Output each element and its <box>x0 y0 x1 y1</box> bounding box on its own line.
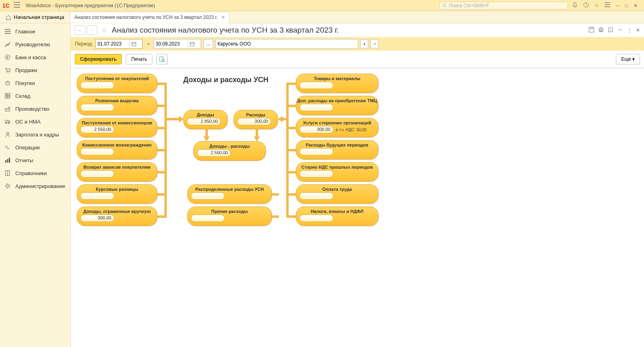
preview-button[interactable] <box>156 54 168 64</box>
sidebar-item-6[interactable]: Производство <box>0 102 70 115</box>
export-icon[interactable] <box>608 27 613 34</box>
left-node-5[interactable]: Курсовые разницы <box>77 184 157 204</box>
sidebar-item-9[interactable]: ДтКтОперации <box>0 141 70 154</box>
menu-icon[interactable] <box>605 2 610 8</box>
period-label: Период: <box>75 41 93 47</box>
sidebar-item-7[interactable]: ОС и НМА <box>0 115 70 128</box>
titlebar: 1C WiseAdvice - Бухгалтерия предприятия … <box>0 0 644 11</box>
node-label: Возврат авансов покупателям <box>77 163 157 169</box>
node-value <box>80 170 114 178</box>
date-to-input[interactable] <box>156 41 188 47</box>
sidebar-item-8[interactable]: Зарплата и кадры <box>0 128 70 141</box>
sidebar-item-label: Склад <box>15 93 31 99</box>
tab-close-icon[interactable]: ✕ <box>221 14 225 20</box>
calendar-to-icon[interactable] <box>188 40 196 48</box>
sidebar-item-3[interactable]: Продажи <box>0 64 70 76</box>
organization-input[interactable] <box>217 41 356 47</box>
svg-rect-9 <box>8 96 10 98</box>
node-label: Доходы <box>184 110 227 117</box>
date-from-field[interactable] <box>95 39 143 49</box>
svg-rect-28 <box>190 42 194 46</box>
sidebar-icon <box>4 28 11 35</box>
sidebar-item-label: Продажи <box>15 67 37 73</box>
node-value <box>299 104 333 111</box>
content-area: ← → ☆ Анализ состояния налогового учета … <box>71 23 644 347</box>
print-button[interactable]: Печать <box>126 54 152 64</box>
right-node-2[interactable]: Услуги сторонних организаций300,00в т.ч.… <box>296 118 378 137</box>
right-node-6[interactable]: Налоги, взносы и НДФЛ <box>296 207 378 226</box>
tab-home[interactable]: Начальная страница <box>0 11 70 23</box>
left-node-6[interactable]: Доходы, отраженные вручную300,00 <box>77 207 157 226</box>
page-title: Анализ состояния налогового учета по УСН… <box>112 26 339 35</box>
left-node-1[interactable]: Розничная выручка <box>77 96 157 115</box>
left-node-3[interactable]: Комиссионное вознаграждение <box>77 140 157 159</box>
toolbar: Сформировать Печать Еще ▾ <box>71 51 644 68</box>
sidebar-item-0[interactable]: Главное <box>0 25 70 38</box>
node-label: Расходы будущих периодов <box>296 140 378 147</box>
date-from-input[interactable] <box>97 41 129 47</box>
minimize-icon[interactable]: ─ <box>616 3 619 8</box>
diff-node[interactable]: Доходы - расходы2 550,00 <box>193 141 266 161</box>
sidebar-item-11[interactable]: Справочники <box>0 167 70 180</box>
right-node-4[interactable]: Сторно НДС прошлых периодов <box>296 162 378 182</box>
star-icon[interactable]: ☆ <box>595 3 599 8</box>
right-node-1[interactable]: Доп. расходы на приобретение ТМЦ <box>296 96 378 115</box>
svg-rect-27 <box>132 42 136 46</box>
dist-node[interactable]: Распределенные расходы УСН <box>187 184 272 204</box>
right-node-0[interactable]: Товары и материалы <box>296 74 378 93</box>
date-to-field[interactable] <box>154 39 201 49</box>
sidebar-item-1[interactable]: Руководителю <box>0 38 70 51</box>
tab-active[interactable]: Анализ состояния налогового учета по УСН… <box>70 12 230 23</box>
sidebar-item-2[interactable]: ₽Банк и касса <box>0 51 70 64</box>
calendar-from-icon[interactable] <box>129 40 137 48</box>
left-node-4[interactable]: Возврат авансов покупателям <box>77 162 157 182</box>
sidebar-icon <box>4 66 11 74</box>
sidebar-item-5[interactable]: Склад <box>0 89 70 102</box>
sidebar-item-label: Главное <box>15 29 35 35</box>
sidebar-item-10[interactable]: Отчеты <box>0 154 70 167</box>
node-label: Расходы <box>234 110 277 117</box>
sidebar-item-label: Отчеты <box>15 157 33 163</box>
global-search[interactable]: Поиск Ctrl+Shift+F <box>439 2 568 10</box>
other-node[interactable]: Прочие расходы <box>187 207 272 226</box>
income-node[interactable]: Доходы2 850,00 <box>183 110 228 129</box>
sidebar-item-4[interactable]: Покупки <box>0 76 70 89</box>
generate-button[interactable]: Сформировать <box>75 54 122 64</box>
node-value: 300,00 <box>80 215 114 222</box>
bell-icon[interactable] <box>572 2 578 9</box>
left-node-0[interactable]: Поступления от покупателей <box>77 74 157 93</box>
close-content-icon[interactable]: ✕ <box>636 27 640 33</box>
close-window-icon[interactable]: ✕ <box>634 3 638 8</box>
sidebar-item-12[interactable]: Администрирование <box>0 180 70 192</box>
nav-forward-button[interactable]: → <box>87 25 97 35</box>
favorite-star-icon[interactable]: ☆ <box>101 26 108 35</box>
period-picker-button[interactable]: … <box>203 39 213 49</box>
more-icon[interactable]: ⋮ <box>627 27 632 33</box>
main-menu-icon[interactable] <box>14 2 23 9</box>
svg-point-13 <box>6 132 9 134</box>
right-node-5[interactable]: Оплата труда <box>296 184 378 204</box>
node-value <box>191 192 225 200</box>
maximize-icon[interactable]: □ <box>625 3 628 8</box>
node-label: Курсовые разницы <box>77 185 157 192</box>
organization-field[interactable] <box>215 39 358 49</box>
organization-open-button[interactable]: ↗ <box>370 39 378 48</box>
date-separator: – <box>145 41 151 47</box>
node-value <box>80 82 114 89</box>
left-node-2[interactable]: Поступления от комиссионеров2 550,00 <box>77 118 157 137</box>
right-node-3[interactable]: Расходы будущих периодов <box>296 140 378 159</box>
history-icon[interactable] <box>583 2 589 9</box>
sidebar-icon: ДтКт <box>4 144 11 151</box>
expense-node[interactable]: Расходы300,00 <box>234 110 278 129</box>
nav-back-button[interactable]: ← <box>75 25 85 35</box>
svg-rect-8 <box>5 96 7 98</box>
print-icon[interactable] <box>598 27 604 34</box>
link-icon[interactable] <box>617 27 623 34</box>
sidebar-icon: ₽ <box>4 54 11 61</box>
save-icon[interactable] <box>589 27 594 34</box>
organization-dropdown-button[interactable]: ▾ <box>360 39 368 48</box>
node-value: 300,00 <box>237 118 271 125</box>
node-value <box>299 170 333 178</box>
more-button[interactable]: Еще ▾ <box>616 54 640 64</box>
sidebar-icon <box>4 157 11 164</box>
